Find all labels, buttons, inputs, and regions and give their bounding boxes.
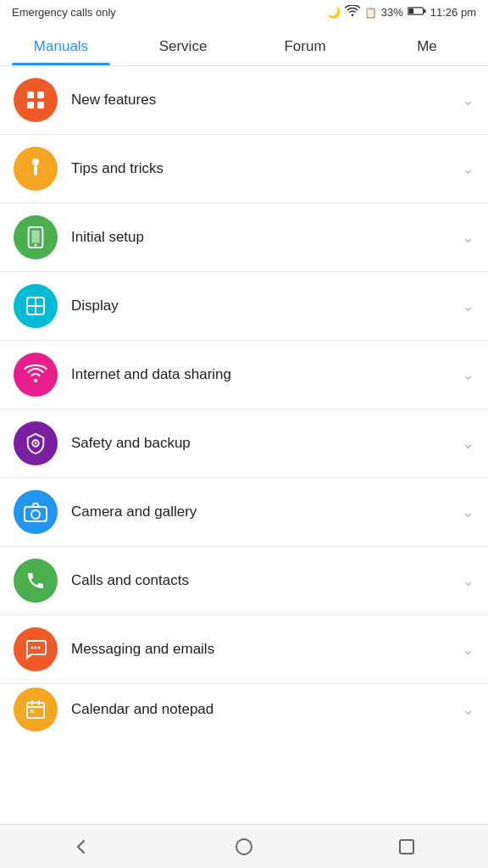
svg-rect-1: [424, 9, 426, 13]
svg-rect-3: [27, 92, 34, 98]
list-item-internet-data[interactable]: Internet and data sharing ⌄: [0, 341, 488, 409]
chevron-icon: ⌄: [462, 434, 474, 453]
svg-rect-6: [37, 102, 44, 108]
list-item-display[interactable]: Display ⌄: [0, 272, 488, 341]
chevron-icon: ⌄: [462, 91, 474, 109]
svg-rect-5: [27, 102, 34, 108]
list-item-calls-contacts[interactable]: Calls and contacts ⌄: [0, 547, 488, 615]
time-display: 11:26 pm: [430, 6, 476, 19]
tips-tricks-label: Tips and tricks: [71, 160, 462, 177]
svg-rect-28: [400, 840, 413, 854]
data-icon: 📋: [364, 7, 377, 19]
display-label: Display: [71, 298, 462, 314]
internet-icon: [14, 353, 58, 397]
camera-icon: [14, 490, 58, 534]
chevron-icon: ⌄: [462, 640, 474, 659]
initial-setup-icon: [14, 215, 58, 259]
svg-point-27: [236, 839, 252, 854]
list-item-tips-tricks[interactable]: Tips and tricks ⌄: [0, 135, 488, 203]
tips-tricks-icon: [14, 147, 58, 191]
new-features-icon: [14, 78, 58, 122]
svg-rect-10: [31, 231, 39, 243]
svg-rect-4: [37, 92, 44, 98]
messaging-icon: [14, 627, 58, 671]
tab-bar: Manuals Service Forum Me: [0, 25, 488, 66]
chevron-icon: ⌄: [462, 297, 474, 315]
tab-manuals[interactable]: Manuals: [0, 25, 122, 65]
tab-forum[interactable]: Forum: [244, 25, 366, 65]
svg-point-7: [32, 159, 39, 165]
bottom-nav: [0, 824, 488, 868]
calendar-label: Calendar and notepad: [71, 701, 462, 718]
svg-point-11: [35, 244, 37, 247]
back-button[interactable]: [64, 830, 98, 864]
status-left-text: Emergency calls only: [12, 6, 116, 19]
svg-rect-26: [30, 709, 34, 713]
list-item-new-features[interactable]: New features ⌄: [0, 66, 488, 135]
recent-apps-button[interactable]: [390, 830, 424, 864]
chevron-icon: ⌄: [462, 365, 474, 384]
svg-point-21: [38, 647, 41, 649]
list-item-calendar-notepad[interactable]: Calendar and notepad ⌄: [0, 684, 488, 735]
chevron-icon: ⌄: [462, 503, 474, 521]
initial-setup-label: Initial setup: [71, 229, 462, 246]
chevron-icon: ⌄: [462, 228, 474, 247]
moon-icon: 🌙: [327, 6, 341, 19]
battery-percent: 33%: [381, 6, 403, 19]
chevron-icon: ⌄: [462, 159, 474, 178]
list-item-camera-gallery[interactable]: Camera and gallery ⌄: [0, 478, 488, 547]
svg-point-18: [31, 510, 40, 519]
calendar-icon: [14, 687, 58, 732]
svg-point-20: [35, 647, 37, 649]
camera-label: Camera and gallery: [71, 504, 462, 520]
svg-point-16: [35, 442, 37, 445]
svg-rect-8: [34, 165, 37, 175]
calls-icon: [14, 559, 58, 603]
svg-rect-2: [408, 8, 413, 14]
manual-list: New features ⌄ Tips and tricks ⌄ Initial…: [0, 66, 488, 735]
internet-label: Internet and data sharing: [71, 366, 462, 383]
tab-service[interactable]: Service: [122, 25, 244, 65]
calls-label: Calls and contacts: [71, 572, 462, 589]
tab-me[interactable]: Me: [366, 25, 488, 65]
chevron-icon: ⌄: [462, 700, 474, 719]
list-item-safety-backup[interactable]: Safety and backup ⌄: [0, 409, 488, 478]
battery-icon: [408, 6, 426, 19]
safety-label: Safety and backup: [71, 435, 462, 452]
messaging-label: Messaging and emails: [71, 641, 462, 658]
chevron-icon: ⌄: [462, 571, 474, 590]
list-item-messaging-emails[interactable]: Messaging and emails ⌄: [0, 615, 488, 684]
status-bar: Emergency calls only 🌙 📋 33% 11:26 pm: [0, 0, 488, 25]
list-item-initial-setup[interactable]: Initial setup ⌄: [0, 203, 488, 272]
safety-icon: [14, 421, 58, 465]
svg-rect-22: [27, 703, 44, 718]
new-features-label: New features: [71, 92, 462, 108]
svg-point-19: [31, 647, 34, 649]
wifi-icon: [345, 5, 360, 19]
display-icon: [14, 284, 58, 328]
home-button[interactable]: [227, 830, 261, 864]
status-right: 🌙 📋 33% 11:26 pm: [327, 5, 476, 19]
